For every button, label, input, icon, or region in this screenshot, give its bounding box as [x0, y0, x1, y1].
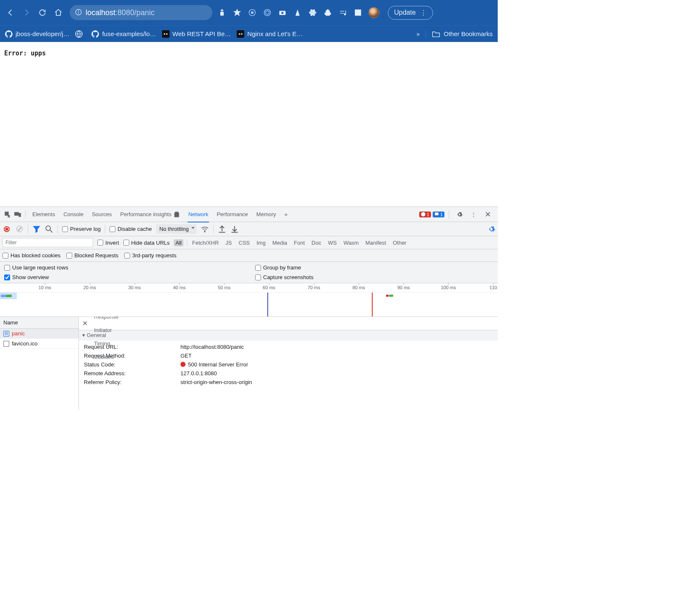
svg-rect-14 [355, 10, 360, 15]
bookmark-star-icon[interactable] [232, 8, 242, 17]
ext-icon-3[interactable] [293, 8, 302, 17]
blocked-requests-checkbox[interactable]: Blocked Requests [66, 252, 118, 259]
request-row[interactable]: panic [0, 329, 78, 339]
type-filter-chip[interactable]: Img [255, 239, 267, 246]
settings-icon[interactable] [452, 207, 467, 222]
detail-tab[interactable]: Response [90, 317, 123, 324]
back-button[interactable] [4, 6, 17, 19]
network-filter-bar: Invert Hide data URLs AllFetch/XHRJSCSSI… [0, 236, 498, 249]
message-badge[interactable]: 1 [433, 212, 444, 217]
has-blocked-cookies-checkbox[interactable]: Has blocked cookies [3, 252, 60, 259]
timeline-tick: 110 [489, 285, 497, 290]
devtools-tab[interactable]: Memory [252, 207, 280, 222]
devtools-tab[interactable]: Sources [88, 207, 116, 222]
reload-button[interactable] [36, 6, 49, 19]
capture-screenshots-checkbox[interactable]: Capture screenshots [255, 274, 494, 280]
tabs-overflow-icon[interactable]: » [280, 207, 292, 222]
hide-data-urls-checkbox[interactable]: Hide data URLs [123, 240, 170, 246]
upload-icon[interactable] [218, 225, 226, 233]
bookmark-item[interactable]: fuse-examples/lo… [91, 30, 156, 38]
type-filter-chip[interactable]: Other [391, 239, 408, 246]
timeline-tick: 90 ms [397, 285, 410, 290]
bookmarks-overflow-icon[interactable]: » [416, 31, 420, 37]
type-filter-chip[interactable]: JS [224, 239, 233, 246]
third-party-checkbox[interactable]: 3rd-party requests [124, 252, 177, 259]
kv-value: GET [180, 353, 493, 359]
preserve-log-checkbox[interactable]: Preserve log [62, 226, 101, 232]
type-filter-chip[interactable]: All [174, 239, 183, 246]
ext-icon-camera[interactable] [278, 8, 287, 17]
detail-tabbar: ✕ HeadersPreviewResponseInitiatorTimingC… [79, 317, 498, 330]
throttling-select[interactable]: No throttling [156, 224, 196, 234]
ext-icon-react[interactable] [308, 8, 317, 17]
network-settings-icon[interactable] [487, 225, 495, 233]
request-detail: ✕ HeadersPreviewResponseInitiatorTimingC… [79, 317, 498, 410]
clear-button[interactable] [15, 225, 24, 233]
site-info-icon[interactable] [75, 8, 82, 17]
download-icon[interactable] [230, 225, 239, 233]
show-overview-checkbox[interactable]: Show overview [4, 274, 243, 280]
other-bookmarks[interactable]: Other Bookmarks [426, 30, 493, 38]
document-icon [3, 331, 9, 337]
search-icon[interactable] [45, 225, 53, 233]
bookmark-item[interactable]: ◄►Nginx and Let's E… [237, 30, 303, 38]
filter-input[interactable] [3, 238, 93, 247]
disable-cache-checkbox[interactable]: Disable cache [110, 226, 152, 232]
address-bar[interactable]: localhost:8080/panic [70, 5, 212, 20]
type-filter-chip[interactable]: Doc [310, 239, 323, 246]
general-section-header[interactable]: ▾ General [79, 330, 498, 340]
devtools-tab[interactable]: Elements [28, 207, 59, 222]
type-filter-chip[interactable]: WS [326, 239, 338, 246]
devtools-tab[interactable]: Performance insights [116, 207, 184, 222]
type-filter-chip[interactable]: Media [271, 239, 289, 246]
timeline-tick: 100 ms [441, 285, 456, 290]
kv-value: strict-origin-when-cross-origin [180, 379, 493, 385]
wifi-icon[interactable] [201, 225, 209, 233]
share-icon[interactable] [217, 8, 227, 17]
timeline-tick: 70 ms [308, 285, 320, 290]
inspect-icon[interactable] [3, 207, 13, 222]
svg-point-6 [266, 11, 269, 14]
type-filter-chip[interactable]: CSS [237, 239, 252, 246]
home-button[interactable] [52, 6, 65, 19]
request-row[interactable]: favicon.ico [0, 339, 78, 349]
devtools-tab[interactable]: Network [184, 207, 213, 222]
kebab-icon[interactable]: ⋮ [467, 207, 481, 222]
close-detail-icon[interactable]: ✕ [81, 319, 89, 327]
close-devtools-icon[interactable]: ✕ [481, 207, 495, 222]
bookmark-item[interactable] [75, 30, 86, 38]
error-badge[interactable]: 1 [419, 212, 431, 217]
type-filter-chip[interactable]: Manifest [364, 239, 388, 246]
invert-checkbox[interactable]: Invert [97, 240, 119, 246]
detail-tab[interactable]: Initiator [90, 324, 123, 337]
column-header-name[interactable]: Name [0, 317, 78, 329]
timeline-tick: 30 ms [128, 285, 141, 290]
record-button[interactable] [3, 225, 11, 233]
filter-toggle-icon[interactable] [32, 225, 41, 233]
group-by-frame-checkbox[interactable]: Group by frame [255, 264, 494, 271]
devtools-tab[interactable]: Performance [212, 207, 252, 222]
type-filter-chip[interactable]: Font [292, 239, 306, 246]
timeline-overview[interactable]: 10 ms20 ms30 ms40 ms50 ms60 ms70 ms80 ms… [0, 283, 498, 317]
bookmark-item[interactable]: ◄►Web REST API Be… [162, 30, 231, 38]
devtools-tabbar: ElementsConsoleSourcesPerformance insigh… [0, 207, 498, 222]
forward-button[interactable] [20, 6, 33, 19]
ext-icon-1[interactable] [248, 8, 257, 17]
detail-tab[interactable]: Cookies [90, 350, 123, 364]
timeline-bar [6, 295, 12, 297]
ext-icon-2[interactable] [263, 8, 272, 17]
device-icon[interactable] [13, 207, 23, 222]
timeline-marker-load [267, 293, 268, 316]
devtools-tab[interactable]: Console [59, 207, 88, 222]
type-filter-chip[interactable]: Fetch/XHR [191, 239, 221, 246]
update-button[interactable]: Update⋮ [388, 6, 433, 20]
large-rows-checkbox[interactable]: Use large request rows [4, 264, 243, 271]
bookmark-item[interactable]: jboss-developer/j… [5, 30, 69, 38]
svg-point-22 [46, 226, 50, 230]
panel-icon[interactable] [353, 8, 363, 17]
type-filter-chip[interactable]: Wasm [342, 239, 360, 246]
detail-tab[interactable]: Timing [90, 337, 123, 350]
ext-icon-music[interactable] [338, 8, 347, 17]
profile-avatar[interactable] [368, 7, 379, 18]
extensions-icon[interactable] [323, 8, 332, 17]
